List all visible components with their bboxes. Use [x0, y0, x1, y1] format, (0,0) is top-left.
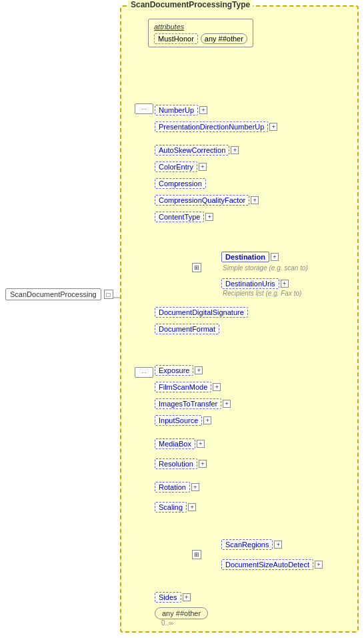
node-label-Sides[interactable]: Sides	[155, 592, 181, 603]
node-label-InputSource[interactable]: InputSource	[155, 415, 202, 426]
expand-Rotation[interactable]: +	[191, 483, 199, 491]
main-box-title: ScanDocumentProcessingType	[128, 0, 253, 9]
node-label-any-other: any ##other	[155, 607, 208, 619]
node-label-NumberUp[interactable]: NumberUp	[155, 105, 198, 115]
expand-ColorEntry[interactable]: +	[199, 163, 207, 171]
node-FilmScanMode: FilmScanMode +	[155, 382, 221, 392]
desturis-annotation: Recipients list (e.g. Fax to)	[223, 290, 301, 297]
expand-Resolution[interactable]: +	[199, 460, 207, 468]
node-label-DestinationUris[interactable]: DestinationUris	[221, 278, 279, 289]
choice-connector-2: ⊞	[192, 550, 201, 559]
node-AutoSkewCorrection: AutoSkewCorrection +	[155, 145, 239, 155]
node-label-CompressionQualityFactor[interactable]: CompressionQualityFactor	[155, 195, 249, 206]
main-node-label: ScanDocumentProcessing	[5, 288, 101, 300]
node-ScanRegions: ScanRegions +	[221, 539, 282, 550]
node-label-MediaBox[interactable]: MediaBox	[155, 438, 195, 449]
expand-Exposure[interactable]: +	[195, 366, 203, 374]
diagram-container: ScanDocumentProcessing □ ScanDocumentPro…	[0, 0, 364, 638]
node-label-FilmScanMode[interactable]: FilmScanMode	[155, 382, 211, 392]
expand-AutoSkewCorrection[interactable]: +	[231, 146, 239, 154]
expand-NumberUp[interactable]: +	[199, 106, 207, 114]
expand-Destination[interactable]: +	[271, 253, 279, 261]
node-label-ColorEntry[interactable]: ColorEntry	[155, 162, 197, 172]
node-label-Compression[interactable]: Compression	[155, 178, 206, 189]
node-label-ScanRegions[interactable]: ScanRegions	[221, 539, 273, 550]
node-DocumentDigitalSignature: DocumentDigitalSignature	[155, 307, 248, 318]
attributes-title: attributes	[154, 22, 247, 31]
node-CompressionQualityFactor: CompressionQualityFactor +	[155, 195, 259, 206]
node-Exposure: Exposure +	[155, 365, 203, 376]
node-Rotation: Rotation +	[155, 482, 199, 493]
attr-mustHonor: MustHonor	[154, 33, 198, 44]
node-ContentType: ContentType +	[155, 212, 213, 222]
node-label-DocumentDigitalSignature[interactable]: DocumentDigitalSignature	[155, 307, 248, 318]
attributes-box: attributes MustHonor any ##other	[148, 19, 253, 47]
expand-InputSource[interactable]: +	[203, 416, 211, 424]
node-NumberUp: NumberUp +	[155, 105, 207, 115]
expand-ImagesToTransfer[interactable]: +	[223, 400, 231, 408]
choice-connector-1: ⊞	[192, 263, 201, 272]
dest-annotation: Simple storage (e.g. scan to)	[223, 264, 308, 272]
seq-connector-2: ···	[135, 367, 153, 378]
node-DocumentSizeAutoDetect: DocumentSizeAutoDetect +	[221, 559, 323, 570]
node-label-AutoSkewCorrection[interactable]: AutoSkewCorrection	[155, 145, 229, 155]
main-node-expand[interactable]: □	[104, 290, 113, 299]
expand-CompressionQualityFactor[interactable]: +	[251, 196, 259, 204]
node-label-Resolution[interactable]: Resolution	[155, 458, 197, 469]
main-node: ScanDocumentProcessing □	[5, 288, 113, 300]
node-label-DocumentSizeAutoDetect[interactable]: DocumentSizeAutoDetect	[221, 559, 313, 570]
node-DestinationUris: DestinationUris +	[221, 278, 289, 289]
node-label-Exposure[interactable]: Exposure	[155, 365, 193, 376]
attr-items: MustHonor any ##other	[154, 33, 247, 44]
node-label-PresentationDirectionNumberUp[interactable]: PresentationDirectionNumberUp	[155, 121, 268, 132]
node-InputSource: InputSource +	[155, 415, 211, 426]
attr-any-other: any ##other	[201, 33, 247, 44]
expand-ContentType[interactable]: +	[205, 213, 213, 221]
node-label-Destination[interactable]: Destination	[221, 252, 269, 262]
node-label-Rotation[interactable]: Rotation	[155, 482, 190, 493]
node-any-other-bottom: any ##other 0..∞	[155, 607, 208, 627]
node-Destination: Destination +	[221, 252, 279, 262]
node-DocumentFormat: DocumentFormat	[155, 324, 219, 334]
node-PresentationDirectionNumberUp: PresentationDirectionNumberUp +	[155, 121, 277, 132]
node-ColorEntry: ColorEntry +	[155, 162, 207, 172]
expand-DestinationUris[interactable]: +	[281, 280, 289, 288]
node-label-ContentType[interactable]: ContentType	[155, 212, 204, 222]
node-label-DocumentFormat[interactable]: DocumentFormat	[155, 324, 219, 334]
main-type-box: ScanDocumentProcessingType attributes Mu…	[120, 5, 359, 633]
node-label-ImagesToTransfer[interactable]: ImagesToTransfer	[155, 398, 221, 409]
expand-DocumentSizeAutoDetect[interactable]: +	[315, 561, 323, 569]
expand-ScanRegions[interactable]: +	[274, 541, 282, 549]
node-Compression: Compression	[155, 178, 206, 189]
any-other-cardinality: 0..∞	[161, 619, 173, 627]
node-label-Scaling[interactable]: Scaling	[155, 502, 187, 513]
node-ImagesToTransfer: ImagesToTransfer +	[155, 398, 231, 409]
expand-Scaling[interactable]: +	[188, 503, 196, 511]
expand-FilmScanMode[interactable]: +	[213, 383, 221, 391]
node-Scaling: Scaling +	[155, 502, 196, 513]
node-Sides: Sides +	[155, 592, 191, 603]
seq-connector-1: ···	[135, 103, 153, 114]
attr-title-text: attributes	[154, 23, 184, 31]
expand-MediaBox[interactable]: +	[197, 440, 205, 448]
node-Resolution: Resolution +	[155, 458, 207, 469]
expand-Sides[interactable]: +	[183, 593, 191, 601]
node-MediaBox: MediaBox +	[155, 438, 205, 449]
expand-PresentationDirectionNumberUp[interactable]: +	[269, 123, 277, 131]
